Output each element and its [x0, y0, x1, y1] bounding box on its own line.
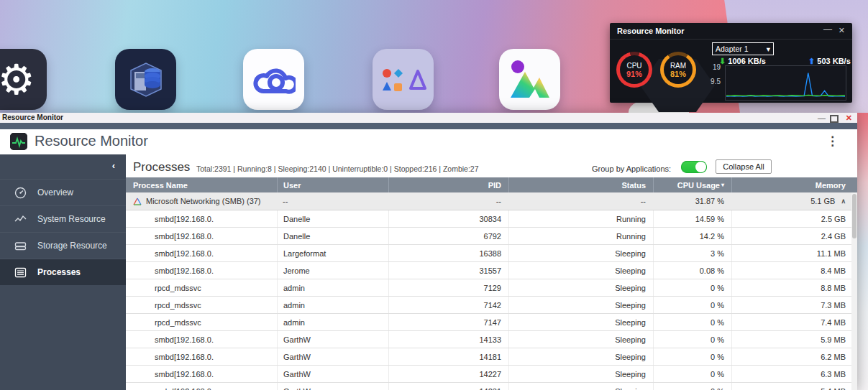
- ram-gauge: RAM 81%: [660, 52, 696, 88]
- column-header-user[interactable]: User: [277, 177, 388, 192]
- resource-monitor-window: Resource Monitor — ✕ Resource Monitor ⋮ …: [0, 113, 857, 390]
- cell-pid: 6792: [388, 228, 508, 244]
- cell-cpu: 0 %: [653, 383, 731, 390]
- cell-mem: 8.4 MB: [731, 262, 857, 279]
- maximize-button[interactable]: [830, 115, 839, 123]
- smb-app-icon: [133, 198, 142, 205]
- cell-name: smbd[192.168.0.: [126, 262, 277, 279]
- table-row[interactable]: rpcd_mdssvcadmin7129Sleeping0 %8.8 MB: [126, 279, 857, 297]
- table-row[interactable]: smbd[192.168.0.Danelle30834Running14.59 …: [126, 210, 857, 228]
- group-pid: --: [388, 192, 508, 210]
- table-row[interactable]: smbd[192.168.0.Jerome31557Sleeping0.08 %…: [126, 262, 857, 279]
- widget-minimize-icon[interactable]: —: [823, 24, 832, 34]
- cell-name: smbd[192.168.0.: [126, 245, 277, 261]
- sidebar-item-processes[interactable]: Processes: [0, 259, 126, 285]
- cell-pid: 7147: [388, 314, 508, 330]
- cell-pid: 14133: [388, 331, 508, 348]
- column-header-memory[interactable]: Memory: [731, 177, 857, 192]
- cell-pid: 14181: [388, 348, 508, 365]
- table-row[interactable]: smbd[192.168.0.Largeformat16388Sleeping3…: [126, 245, 857, 262]
- cloud-app-icon[interactable]: [243, 49, 304, 110]
- cell-status: Sleeping: [508, 348, 653, 365]
- app-header: Resource Monitor ⋮: [0, 129, 857, 154]
- cell-user: GarthW: [277, 331, 388, 348]
- group-memory: 5.1 GB: [810, 197, 835, 205]
- cell-name: smbd[192.168.0.: [126, 348, 277, 365]
- cell-pid: 7129: [388, 279, 508, 296]
- table-row[interactable]: smbd[192.168.0.Danelle6792Running14.2 %2…: [126, 228, 857, 245]
- table-row[interactable]: smbd[192.168.0.GarthW14181Sleeping0 %6.2…: [126, 348, 857, 366]
- group-row-smb[interactable]: Microsoft Networking (SMB) (37) -- -- --…: [126, 192, 857, 210]
- widget-title: Resource Monitor: [617, 27, 685, 35]
- cell-cpu: 0 %: [653, 297, 731, 313]
- sidebar-item-system-resource[interactable]: System Resource: [0, 205, 126, 232]
- table-row[interactable]: smbd[192.168.0.GarthW14133Sleeping0 %5.9…: [126, 331, 857, 348]
- upload-rate-value: 503 KB/s: [817, 57, 850, 65]
- media-app-icon[interactable]: [499, 49, 560, 110]
- cell-user: admin: [277, 279, 388, 296]
- resource-monitor-widget: Resource Monitor — ✕ CPU 91% RAM 81% Ada…: [610, 23, 852, 103]
- table-row[interactable]: rpcd_mdssvcadmin7142Sleeping0 %7.3 MB: [126, 297, 857, 314]
- adapter-select[interactable]: Adapter 1 ▾: [712, 42, 774, 55]
- sidebar-item-storage-resource[interactable]: Storage Resource: [0, 232, 126, 259]
- column-header-cpu-usage[interactable]: CPU Usage ▾: [653, 177, 731, 192]
- collapse-group-icon[interactable]: ∧: [841, 198, 846, 205]
- cell-mem: 2.4 GB: [731, 228, 857, 244]
- group-by-label: Group by Applications:: [592, 164, 671, 173]
- widget-close-icon[interactable]: ✕: [839, 26, 845, 35]
- network-traffic-graph: [725, 65, 846, 101]
- control-panel-app-icon[interactable]: ⚙: [0, 49, 47, 110]
- sidebar-item-label: Overview: [37, 187, 73, 198]
- table-row[interactable]: rpcd_mdssvcadmin7147Sleeping0 %7.4 MB: [126, 314, 857, 331]
- cell-user: Largeformat: [277, 245, 388, 261]
- column-header-pid[interactable]: PID: [388, 177, 508, 192]
- cell-status: Sleeping: [508, 331, 653, 348]
- cell-mem: 5.4 MB: [731, 383, 857, 390]
- sidebar-item-label: System Resource: [37, 214, 106, 224]
- cell-cpu: 0.08 %: [653, 262, 731, 279]
- processes-panel: Processes Total:2391 | Running:8 | Sleep…: [126, 154, 857, 390]
- cell-pid: 30834: [388, 210, 508, 227]
- graph-ytick-mid: 9.5: [696, 78, 721, 85]
- cell-name: rpcd_mdssvc: [126, 314, 277, 330]
- group-status: --: [508, 192, 653, 210]
- table-row[interactable]: smbd[192.168.0.GarthW14227Sleeping0 %6.3…: [126, 366, 857, 383]
- sidebar-collapse-button[interactable]: ‹: [0, 154, 126, 179]
- kebab-menu-icon[interactable]: ⋮: [826, 134, 839, 149]
- sidebar-item-overview[interactable]: Overview: [0, 179, 126, 205]
- column-header-status[interactable]: Status: [508, 177, 653, 192]
- cell-name: smbd[192.168.0.: [126, 331, 277, 348]
- cell-user: Jerome: [277, 262, 388, 279]
- vertical-scrollbar[interactable]: [851, 192, 857, 390]
- scrollbar-thumb[interactable]: [852, 194, 856, 238]
- cell-status: Running: [508, 228, 653, 244]
- sidebar-item-label: Storage Resource: [37, 241, 107, 251]
- table-row[interactable]: smbd[192.168.0.GarthW14231Sleeping0 %5.4…: [126, 383, 857, 390]
- cell-user: admin: [277, 314, 388, 330]
- storage-drive-icon: [14, 240, 27, 252]
- process-rows: smbd[192.168.0.Danelle30834Running14.59 …: [126, 210, 857, 390]
- utilities-app-icon[interactable]: [373, 49, 434, 110]
- cell-cpu: 14.59 %: [653, 210, 731, 227]
- close-button[interactable]: ✕: [846, 113, 852, 122]
- column-header-process-name[interactable]: Process Name: [126, 177, 277, 192]
- line-chart-icon: [14, 213, 27, 226]
- storage-app-icon[interactable]: [115, 49, 176, 110]
- cell-user: Danelle: [277, 228, 388, 244]
- process-stats: Total:2391 | Running:8 | Sleeping:2140 |…: [196, 164, 478, 173]
- cell-status: Sleeping: [508, 314, 653, 330]
- cell-cpu: 3 %: [653, 245, 731, 261]
- collapse-all-button[interactable]: Collapse All: [716, 159, 772, 174]
- minimize-button[interactable]: —: [818, 113, 826, 122]
- ram-gauge-value: 81%: [670, 70, 686, 78]
- group-by-toggle[interactable]: [681, 161, 707, 173]
- cell-pid: 31557: [388, 262, 508, 279]
- cell-user: admin: [277, 297, 388, 313]
- window-titlebar[interactable]: Resource Monitor — ✕: [0, 113, 857, 123]
- table-header: Process Name User PID Status CPU Usage ▾…: [126, 177, 857, 192]
- window-top-strip: [0, 123, 857, 129]
- cell-cpu: 0 %: [653, 348, 731, 365]
- widget-divider: [610, 39, 852, 40]
- cell-status: Sleeping: [508, 366, 653, 382]
- nas-cube-icon: [124, 57, 168, 102]
